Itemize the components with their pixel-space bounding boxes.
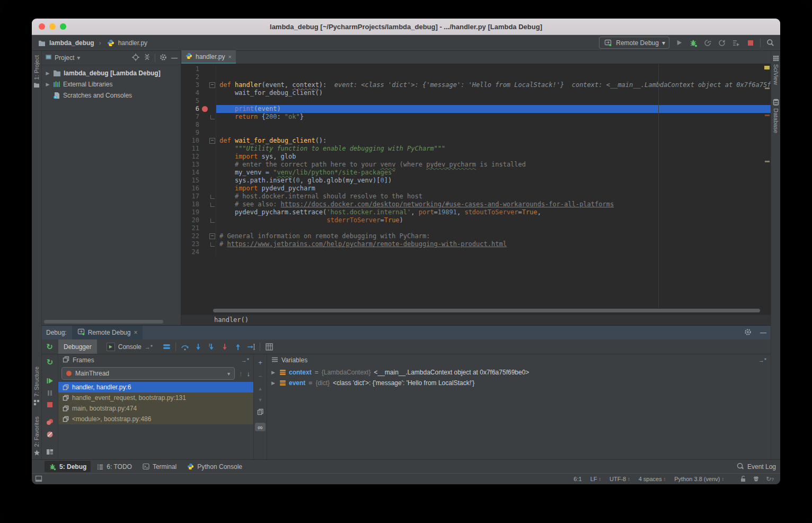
- pin-tab-icon[interactable]: →*: [758, 357, 766, 363]
- code-line[interactable]: 11 """Utility function to enable debuggi…: [181, 145, 771, 153]
- expand-arrow-icon[interactable]: ▶: [45, 71, 50, 76]
- threads-view-icon[interactable]: [162, 342, 171, 351]
- step-into-button[interactable]: [193, 342, 202, 351]
- thread-select[interactable]: MainThread ▾: [61, 367, 235, 380]
- close-icon[interactable]: ×: [134, 329, 137, 336]
- pin-tab-icon[interactable]: →*: [145, 344, 153, 350]
- tool-stripe-button[interactable]: SciView: [773, 55, 779, 85]
- toolwindow-tab-terminal[interactable]: Terminal: [138, 461, 181, 472]
- warning-stripe-mark[interactable]: [765, 115, 770, 116]
- view-breakpoints-button[interactable]: [46, 419, 55, 425]
- variable-row[interactable]: ▶context={LambdaContext}<__main__.Lambda…: [267, 367, 771, 378]
- tool-stripe-button[interactable]: 2: Favorites: [33, 416, 40, 456]
- fold-gutter[interactable]: −: [209, 232, 216, 240]
- code-editor[interactable]: 123−def handler(event, context): event: …: [181, 64, 771, 308]
- run-to-cursor-button[interactable]: [246, 342, 255, 351]
- gutter[interactable]: [201, 153, 209, 161]
- expand-arrow-icon[interactable]: ▶: [45, 82, 50, 87]
- gear-icon[interactable]: [744, 328, 752, 337]
- run-button[interactable]: [674, 38, 684, 48]
- gutter[interactable]: [201, 240, 209, 248]
- line-number[interactable]: 24: [181, 248, 201, 256]
- fold-collapse-icon[interactable]: −: [209, 233, 215, 239]
- previous-frame-button[interactable]: ↑: [239, 370, 243, 378]
- project-panel-title[interactable]: Project: [55, 54, 74, 62]
- stack-frame[interactable]: handle_event_request, bootstrap.py:131: [58, 393, 253, 403]
- status-item[interactable]: 6:1: [573, 476, 581, 482]
- code-line[interactable]: 2: [181, 73, 771, 81]
- tool-stripe-button[interactable]: 7: Structure: [33, 367, 40, 406]
- gutter[interactable]: [201, 201, 209, 208]
- fold-gutter[interactable]: [209, 240, 216, 248]
- line-number[interactable]: 1: [181, 65, 201, 73]
- gutter[interactable]: [201, 89, 209, 97]
- code-line[interactable]: 1: [181, 65, 771, 73]
- stack-frame[interactable]: handler, handler.py:6: [58, 382, 253, 393]
- run-configuration-select[interactable]: Remote Debug ▾: [599, 37, 669, 49]
- line-number[interactable]: 12: [181, 153, 201, 161]
- fold-gutter[interactable]: [209, 113, 216, 121]
- line-number[interactable]: 14: [181, 169, 201, 177]
- toggle-toolwindows-icon[interactable]: [35, 475, 42, 483]
- code-line[interactable]: 6 print(event): [181, 105, 771, 113]
- gutter[interactable]: [201, 73, 209, 81]
- line-number[interactable]: 6: [181, 105, 201, 113]
- hide-panel-icon[interactable]: —: [171, 54, 178, 62]
- line-number[interactable]: 10: [181, 137, 201, 145]
- code-line[interactable]: 3−def handler(event, context): event: <c…: [181, 81, 771, 89]
- toolwindow-tab-6-todo[interactable]: 6: TODO: [93, 461, 136, 472]
- warning-stripe-mark[interactable]: [765, 88, 770, 89]
- add-watch-button[interactable]: +: [258, 359, 262, 367]
- tool-stripe-button[interactable]: Database: [773, 99, 779, 133]
- step-over-button[interactable]: [180, 342, 189, 351]
- gutter[interactable]: [201, 208, 209, 216]
- fold-gutter[interactable]: [209, 216, 216, 224]
- locate-file-icon[interactable]: [132, 54, 139, 63]
- event-log-button[interactable]: Event Log: [747, 463, 776, 470]
- gutter[interactable]: [201, 121, 209, 129]
- stop-session-button[interactable]: [46, 402, 55, 408]
- gutter[interactable]: [201, 65, 209, 73]
- line-number[interactable]: 19: [181, 208, 201, 216]
- stack-frame[interactable]: <module>, bootstrap.py:486: [58, 414, 253, 424]
- line-number[interactable]: 20: [181, 216, 201, 224]
- expand-arrow-icon[interactable]: ▶: [271, 370, 277, 375]
- editor-horizontal-scrollbar[interactable]: [181, 308, 771, 314]
- restore-layout-button[interactable]: [46, 449, 55, 455]
- gutter[interactable]: [201, 161, 209, 169]
- view-breakpoints-grid-icon[interactable]: [264, 342, 273, 351]
- code-line[interactable]: 22−# General information on remote debug…: [181, 232, 771, 240]
- breadcrumb-file[interactable]: handler.py: [118, 39, 147, 47]
- rerun-session-button[interactable]: ↻: [46, 358, 55, 367]
- gutter[interactable]: [201, 137, 209, 145]
- line-number[interactable]: 4: [181, 89, 201, 97]
- status-item[interactable]: LF↕: [590, 476, 601, 482]
- breadcrumb-project[interactable]: lambda_debug: [49, 39, 94, 47]
- stack-frame[interactable]: main, bootstrap.py:474: [58, 403, 253, 414]
- editor-tab-handler-py[interactable]: handler.py ×: [181, 50, 236, 64]
- coverage-button[interactable]: [717, 38, 727, 48]
- search-everywhere-button[interactable]: [765, 38, 775, 48]
- show-watches-toggle[interactable]: ∞: [255, 423, 266, 431]
- resume-button[interactable]: [46, 377, 55, 385]
- pause-button[interactable]: [46, 390, 55, 396]
- line-number[interactable]: 21: [181, 224, 201, 232]
- remove-watch-button[interactable]: −: [258, 372, 262, 380]
- code-line[interactable]: 10−def wait_for_debug_client():: [181, 137, 771, 145]
- status-item[interactable]: Python 3.8 (venv)↕: [674, 476, 724, 482]
- code-line[interactable]: 9: [181, 129, 771, 137]
- code-line[interactable]: 18 # see also: https://docs.docker.com/d…: [181, 201, 771, 208]
- status-item[interactable]: UTF-8↕: [610, 476, 630, 482]
- line-number[interactable]: 3: [181, 81, 201, 89]
- code-line[interactable]: 16 import pydevd_pycharm: [181, 185, 771, 193]
- code-line[interactable]: 19 pydevd_pycharm.settrace('host.docker.…: [181, 208, 771, 216]
- fold-gutter[interactable]: [209, 201, 216, 208]
- fold-gutter[interactable]: [209, 193, 216, 201]
- gutter[interactable]: [201, 169, 209, 177]
- fold-gutter[interactable]: −: [209, 137, 216, 145]
- gutter[interactable]: [201, 248, 209, 256]
- line-number[interactable]: 16: [181, 185, 201, 193]
- code-line[interactable]: 20 stderrToServer=True): [181, 216, 771, 224]
- gutter[interactable]: [201, 97, 209, 105]
- code-line[interactable]: 7 return {200: "ok"}: [181, 113, 771, 121]
